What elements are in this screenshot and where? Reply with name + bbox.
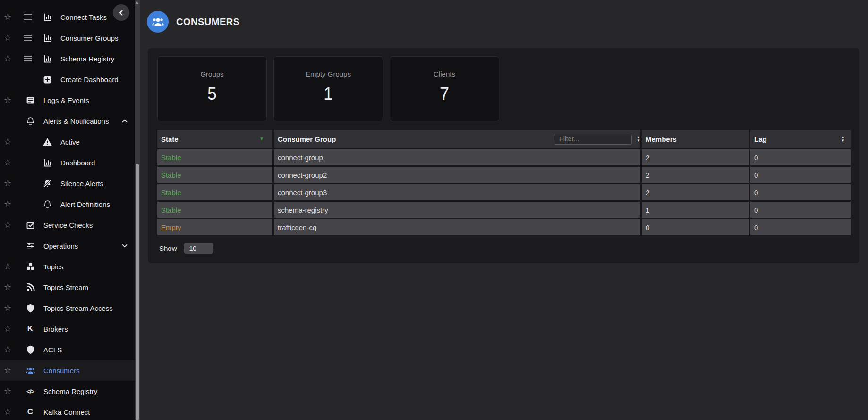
sidebar-scrollbar[interactable] bbox=[135, 0, 140, 420]
sidebar-item-label: Topics bbox=[43, 263, 64, 271]
stat-card-groups: Groups5 bbox=[157, 56, 267, 121]
sidebar-item-label: Kafka Connect bbox=[43, 408, 90, 416]
sidebar-item-label: Dashboard bbox=[60, 159, 95, 167]
favorite-star-icon[interactable]: ☆ bbox=[4, 366, 11, 375]
sidebar-item-alert-definitions[interactable]: ☆Alert Definitions bbox=[0, 194, 135, 214]
sidebar-item-label: Topics Stream Access bbox=[43, 304, 113, 312]
drag-handle-icon[interactable] bbox=[24, 35, 32, 41]
cubes-icon bbox=[25, 261, 36, 272]
cell-consumer-group: connect-group2 bbox=[274, 167, 640, 183]
favorite-star-icon[interactable]: ☆ bbox=[4, 283, 11, 291]
bar-chart-icon bbox=[42, 32, 53, 43]
sidebar-item-brokers[interactable]: ☆KBrokers bbox=[0, 318, 135, 339]
column-header-state[interactable]: State ▼ bbox=[157, 130, 272, 148]
drag-handle-icon[interactable] bbox=[24, 56, 32, 61]
favorite-star-icon[interactable]: ☆ bbox=[4, 200, 11, 208]
sidebar-item-consumers[interactable]: ☆Consumers bbox=[0, 360, 135, 381]
favorite-star-icon[interactable]: ☆ bbox=[4, 262, 11, 271]
consumers-users-icon bbox=[147, 11, 169, 33]
favorite-star-icon[interactable]: ☆ bbox=[4, 137, 11, 146]
stat-card-label: Clients bbox=[390, 70, 499, 78]
sidebar-item-kafka-connect[interactable]: ☆CKafka Connect bbox=[0, 402, 135, 420]
cell-consumer-group: schema-registry bbox=[274, 202, 640, 218]
bar-chart-icon bbox=[42, 11, 53, 23]
sidebar-item-active[interactable]: ☆Active bbox=[0, 131, 135, 152]
drag-handle-icon[interactable] bbox=[24, 14, 32, 20]
table-row[interactable]: Stableconnect-group20 bbox=[157, 149, 851, 165]
table-row[interactable]: Stableconnect-group220 bbox=[157, 167, 851, 183]
sort-toggle-icon[interactable]: ▲▼ bbox=[637, 136, 640, 142]
favorite-star-icon[interactable]: ☆ bbox=[4, 387, 11, 395]
favorite-star-icon[interactable]: ☆ bbox=[4, 13, 11, 21]
sort-toggle-icon[interactable]: ▲▼ bbox=[841, 136, 845, 142]
filter-input[interactable] bbox=[554, 134, 632, 145]
sort-descending-icon[interactable]: ▼ bbox=[259, 137, 264, 141]
table-row[interactable]: Emptytrafficgen-cg00 bbox=[157, 219, 851, 235]
rss-icon bbox=[25, 282, 36, 293]
column-header-lag[interactable]: Lag ▲▼ bbox=[750, 130, 851, 148]
bell-slash-icon bbox=[42, 178, 53, 189]
table-row[interactable]: Stableconnect-group320 bbox=[157, 184, 851, 200]
sidebar-item-label: Service Checks bbox=[43, 221, 93, 229]
sidebar-item-label: Consumer Groups bbox=[60, 34, 119, 42]
sidebar-item-topics-stream[interactable]: ☆Topics Stream bbox=[0, 277, 135, 298]
sidebar-item-dashboard[interactable]: ☆Dashboard bbox=[0, 152, 135, 173]
cell-lag: 0 bbox=[750, 202, 851, 218]
cell-state: Stable bbox=[157, 149, 272, 165]
checkbox-icon bbox=[25, 219, 36, 231]
scrollbar-up-arrow-icon[interactable] bbox=[135, 1, 139, 4]
column-header-consumer-group[interactable]: Consumer Group ▲▼ bbox=[274, 130, 640, 148]
shield-icon bbox=[25, 344, 36, 355]
sidebar-item-label: Schema Registry bbox=[60, 55, 114, 63]
favorite-star-icon[interactable]: ☆ bbox=[4, 34, 11, 42]
bell-icon bbox=[42, 198, 53, 210]
sidebar-item-logs-events[interactable]: ☆Logs & Events bbox=[0, 90, 135, 111]
page-title: CONSUMERS bbox=[176, 17, 240, 27]
sidebar-item-silence-alerts[interactable]: ☆Silence Alerts bbox=[0, 173, 135, 194]
sidebar-item-schema-registry[interactable]: ☆</>Schema Registry bbox=[0, 381, 135, 402]
bar-chart-icon bbox=[42, 53, 53, 64]
bar-chart-icon bbox=[42, 157, 53, 168]
page-size-select[interactable]: 10 bbox=[184, 243, 213, 254]
consumers-panel: Groups5Empty Groups1Clients7 State ▼ Con… bbox=[148, 48, 859, 263]
letter-k-icon: K bbox=[25, 323, 36, 334]
sidebar-item-service-checks[interactable]: ☆Service Checks bbox=[0, 214, 135, 235]
sidebar-item-alerts-notifications[interactable]: Alerts & Notifications bbox=[0, 111, 135, 131]
stat-card-value: 5 bbox=[158, 84, 266, 104]
favorite-star-icon[interactable]: ☆ bbox=[4, 345, 11, 354]
sidebar-item-topics[interactable]: ☆Topics bbox=[0, 256, 135, 277]
table-row[interactable]: Stableschema-registry10 bbox=[157, 202, 851, 218]
column-header-members[interactable]: Members bbox=[642, 130, 749, 148]
chevron-left-icon bbox=[117, 9, 126, 17]
sidebar-item-topics-stream-access[interactable]: ☆Topics Stream Access bbox=[0, 298, 135, 318]
sidebar: ☆Connect Tasks☆Consumer Groups☆Schema Re… bbox=[0, 0, 135, 420]
sidebar-item-consumer-groups[interactable]: ☆Consumer Groups bbox=[0, 27, 135, 48]
sidebar-item-create-dashboard[interactable]: Create Dashboard bbox=[0, 69, 135, 90]
favorite-star-icon[interactable]: ☆ bbox=[4, 325, 11, 333]
sidebar-item-schema-registry[interactable]: ☆Schema Registry bbox=[0, 48, 135, 69]
cell-members: 1 bbox=[642, 202, 749, 218]
favorite-star-icon[interactable]: ☆ bbox=[4, 221, 11, 229]
sidebar-collapse-button[interactable] bbox=[113, 4, 129, 21]
favorite-star-icon[interactable]: ☆ bbox=[4, 96, 11, 104]
favorite-star-icon[interactable]: ☆ bbox=[4, 179, 11, 188]
sidebar-item-label: Topics Stream bbox=[43, 283, 88, 291]
sidebar-item-acls[interactable]: ☆ACLS bbox=[0, 339, 135, 360]
chevron-up-icon[interactable] bbox=[120, 117, 129, 125]
favorite-star-icon[interactable]: ☆ bbox=[4, 304, 11, 312]
sidebar-item-label: Alerts & Notifications bbox=[43, 117, 109, 125]
cell-lag: 0 bbox=[750, 184, 851, 200]
sidebar-item-label: Brokers bbox=[43, 325, 68, 333]
sidebar-scrollbar-thumb[interactable] bbox=[136, 164, 139, 420]
favorite-star-icon[interactable]: ☆ bbox=[4, 408, 11, 416]
favorite-star-icon[interactable]: ☆ bbox=[4, 158, 11, 167]
stat-card-value: 7 bbox=[390, 84, 499, 104]
sidebar-item-label: Silence Alerts bbox=[60, 180, 103, 188]
code-icon: </> bbox=[25, 386, 36, 397]
chevron-down-icon[interactable] bbox=[120, 241, 129, 250]
sidebar-item-operations[interactable]: Operations bbox=[0, 235, 135, 256]
table-header-row: State ▼ Consumer Group ▲▼ Members Lag ▲▼ bbox=[157, 130, 851, 148]
favorite-star-icon[interactable]: ☆ bbox=[4, 54, 11, 63]
cell-consumer-group: trafficgen-cg bbox=[274, 219, 640, 235]
members-header-label: Members bbox=[646, 135, 677, 143]
